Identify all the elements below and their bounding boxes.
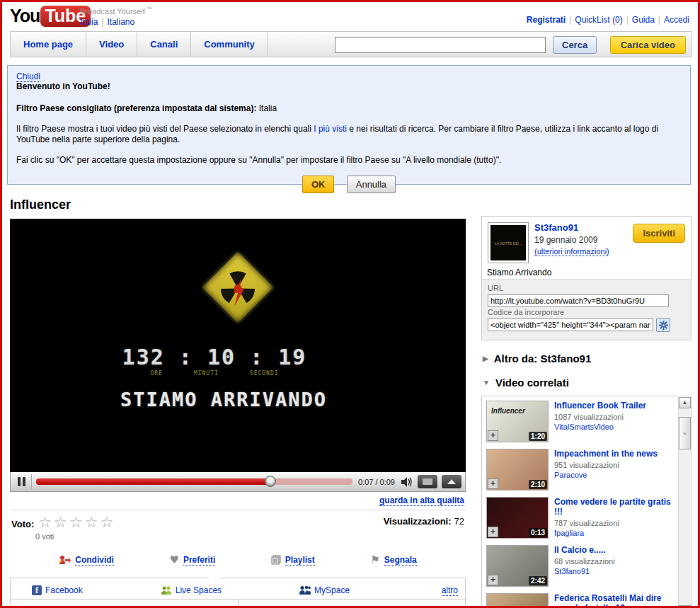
add-to-quicklist-button[interactable]: + [488, 430, 498, 441]
livespaces-icon [161, 585, 172, 595]
star-rating[interactable]: ☆☆☆☆☆ [38, 514, 115, 530]
expand-player-button[interactable] [442, 475, 461, 488]
clock-digits: 132 : 10 : 19 [10, 345, 419, 369]
tagline: Broadcast Yourself ™ [80, 6, 152, 16]
video-thumbnail[interactable]: + 0:13 [486, 497, 549, 539]
volume-icon[interactable] [401, 476, 413, 488]
high-quality-link[interactable]: guarda in alta qualità [379, 495, 464, 506]
video-thumbnail[interactable]: + 2:42 [486, 545, 549, 587]
tab-canali[interactable]: Canali [137, 32, 191, 57]
more-from-title: Altro da: St3fano91 [494, 352, 592, 365]
related-video-item: + 2:42 Il Calcio e..... 68 visualizzazio… [486, 545, 674, 587]
embed-label: Codice da incorporare [488, 308, 685, 316]
notice-body-2: Fai clic su "OK" per accettare questa im… [16, 155, 682, 166]
country-link[interactable]: Italia [80, 17, 98, 27]
flag-action[interactable]: ⚑ Segnala [370, 553, 416, 566]
embed-options-button[interactable] [656, 318, 670, 332]
video-thumbnail[interactable]: + 2:10 [486, 449, 549, 491]
view-count: Visualizzazioni:72 [384, 516, 464, 541]
video-page-title: Influencer [10, 197, 466, 212]
tab-home[interactable]: Home page [11, 32, 86, 57]
url-field[interactable] [488, 294, 669, 307]
video-overlay-text: STIAMO ARRIVANDO [10, 389, 437, 411]
cancel-button[interactable]: Annulla [347, 176, 396, 193]
locale-links: Italia|Italiano [80, 17, 134, 27]
pause-button[interactable] [14, 474, 32, 489]
register-link[interactable]: Registrati [527, 15, 566, 25]
progress-bar[interactable] [36, 478, 352, 485]
welcome-text: Benvenuto in YouTube! [16, 81, 682, 92]
countdown-clock: 132 : 10 : 19 ORE MINUTI SECONDI [10, 345, 419, 377]
related-video-title[interactable]: Impeachment in the news [554, 449, 658, 459]
uploader-avatar[interactable]: LA NOTTE DEI... [488, 222, 529, 263]
flag-icon: ⚑ [370, 553, 379, 566]
related-video-title[interactable]: Come vedere le partite gratis !!! [554, 497, 674, 517]
vote-label: Voto: [11, 519, 34, 529]
share-icon: + [59, 555, 71, 565]
favorite-action[interactable]: ♥ Preferiti [169, 553, 215, 566]
language-link[interactable]: Italiano [107, 17, 134, 27]
search-button[interactable]: Cerca [553, 36, 597, 54]
time-display: 0:07 / 0:09 [357, 478, 396, 486]
related-scrollbar[interactable]: ▲ ≡ ▼ [678, 397, 690, 608]
share-myspace[interactable]: MySpace [299, 585, 350, 595]
related-video-user[interactable]: fpagliara [554, 528, 674, 538]
clock-label-hours: ORE [150, 370, 162, 377]
vote-count: 0 voti [35, 532, 115, 541]
clock-label-minutes: MINUTI [194, 370, 219, 377]
add-to-quicklist-button[interactable]: + [488, 478, 498, 489]
help-link[interactable]: Guida [632, 15, 655, 25]
tab-video[interactable]: Video [86, 32, 137, 57]
video-player-screen[interactable]: 132 : 10 : 19 ORE MINUTI SECONDI STIAMO … [10, 219, 466, 472]
youtube-page: YouTube Broadcast Yourself ™ Italia|Ital… [0, 0, 700, 608]
search-input[interactable] [335, 37, 546, 53]
share-livespaces[interactable]: Live Spaces [161, 585, 222, 595]
scroll-up-button[interactable]: ▲ [679, 397, 691, 408]
related-video-user[interactable]: St3fano91 [554, 566, 615, 576]
youtube-logo[interactable]: YouTube [10, 6, 91, 26]
more-share-sites-link[interactable]: altro [442, 585, 458, 596]
related-video-title[interactable]: Influencer Book Trailer [554, 401, 646, 411]
tab-community[interactable]: Community [191, 32, 268, 57]
upload-video-button[interactable]: Carica video [610, 36, 686, 54]
scroll-down-button[interactable]: ▼ [679, 605, 691, 608]
related-video-title[interactable]: Il Calcio e..... [554, 545, 615, 555]
uploader-name-link[interactable]: St3fano91 [534, 222, 578, 233]
playlist-action[interactable]: Playlist [271, 553, 315, 566]
embed-code-field[interactable] [488, 319, 653, 331]
share-facebook[interactable]: f Facebook [32, 585, 83, 595]
add-to-quicklist-button[interactable]: + [488, 575, 498, 585]
subscribe-button[interactable]: Iscriviti [633, 224, 685, 243]
add-to-quicklist-button[interactable]: + [488, 527, 498, 537]
related-video-user[interactable]: VitalSmartsVideo [554, 422, 646, 432]
related-videos-list: Influencer + 1:20 Influencer Book Traile… [482, 396, 691, 608]
url-label: URL [488, 284, 685, 292]
share-action[interactable]: + Condividi [59, 553, 114, 566]
most-viewed-link[interactable]: I più visti [314, 124, 347, 134]
scrollbar-thumb[interactable]: ≡ [679, 417, 691, 449]
login-link[interactable]: Accedi [664, 15, 689, 25]
more-from-section-toggle[interactable]: ▶ Altro da: St3fano91 [483, 352, 692, 365]
navigation-bar: Home page Video Canali Community Cerca C… [10, 31, 692, 57]
related-video-title[interactable]: Federica Rosatelli Mai dire grande frate… [554, 593, 674, 608]
header: YouTube Broadcast Yourself ™ Italia|Ital… [2, 2, 698, 31]
video-thumbnail[interactable]: + [486, 593, 549, 608]
video-duration-badge: 2:10 [529, 480, 547, 489]
radiation-trefoil-icon [210, 260, 265, 315]
progress-scrubber[interactable] [265, 476, 276, 487]
close-notice-link[interactable]: Chiudi [16, 71, 40, 82]
filter-setting-text: Filtro Paese consigliato (preferenza imp… [16, 103, 682, 114]
more-info-link[interactable]: (ulteriori informazioni) [534, 247, 609, 256]
ok-button[interactable]: OK [302, 176, 335, 193]
facebook-icon: f [32, 585, 42, 595]
related-video-views: 787 visualizzazioni [554, 519, 619, 527]
related-video-user[interactable]: Paracove [554, 470, 658, 480]
quicklist-link[interactable]: QuickList (0) [575, 15, 622, 25]
video-thumbnail[interactable]: Influencer + 1:20 [486, 401, 549, 442]
radiation-warning-sign [199, 248, 277, 326]
filter-country-value: Italia [259, 103, 277, 113]
heart-icon: ♥ [169, 553, 178, 566]
sidebar: LA NOTTE DEI... St3fano91 19 gennaio 200… [481, 216, 692, 608]
related-videos-section-toggle[interactable]: ▼ Video correlati [483, 377, 692, 389]
screen-size-button[interactable] [418, 475, 437, 488]
